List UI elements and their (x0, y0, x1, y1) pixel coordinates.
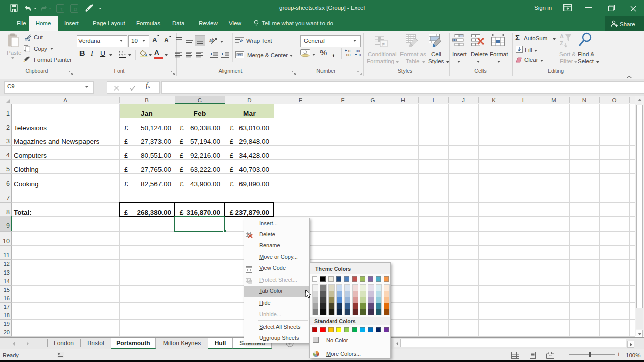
svg-text:.0: .0 (358, 53, 361, 57)
svg-text:≠: ≠ (382, 41, 385, 47)
svg-text:.00: .00 (345, 53, 350, 57)
svg-text:ab: ab (209, 38, 214, 43)
svg-text:A: A (560, 33, 564, 39)
svg-text:Z: Z (560, 40, 564, 46)
